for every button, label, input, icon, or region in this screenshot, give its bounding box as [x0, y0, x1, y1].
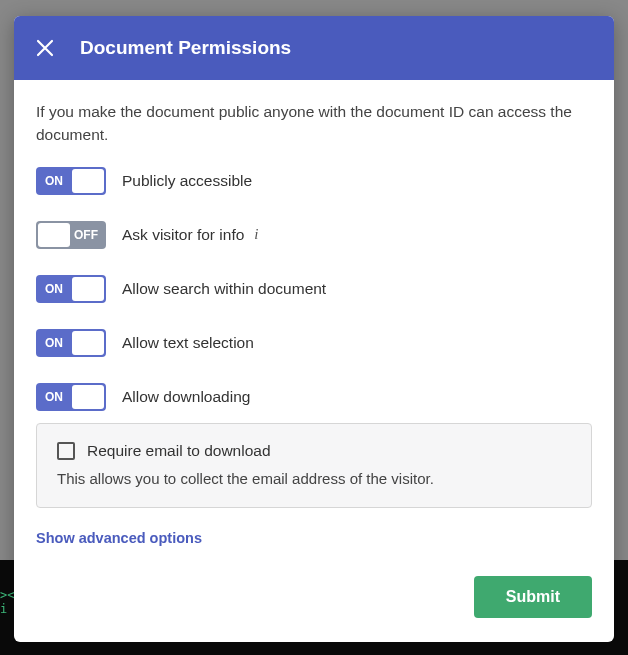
- close-icon[interactable]: [34, 37, 56, 59]
- checkbox-row-require-email: Require email to download: [57, 442, 571, 460]
- toggle-search[interactable]: ON: [36, 275, 106, 303]
- toggle-label: Allow downloading: [122, 388, 250, 406]
- permissions-modal: Document Permissions If you make the doc…: [14, 16, 614, 642]
- toggle-knob: [38, 223, 70, 247]
- toggle-label: Publicly accessible: [122, 172, 252, 190]
- info-icon[interactable]: i: [254, 226, 258, 243]
- toggle-row-public: ON Publicly accessible: [36, 167, 592, 195]
- toggle-label: Allow text selection: [122, 334, 254, 352]
- toggle-knob: [72, 169, 104, 193]
- intro-text: If you make the document public anyone w…: [36, 100, 592, 147]
- toggle-state-label: ON: [45, 390, 63, 404]
- checkbox-label: Require email to download: [87, 442, 271, 460]
- toggle-state-label: ON: [45, 174, 63, 188]
- modal-title: Document Permissions: [80, 37, 291, 59]
- checkbox-require-email[interactable]: [57, 442, 75, 460]
- advanced-options-link[interactable]: Show advanced options: [36, 530, 592, 546]
- toggle-text-select[interactable]: ON: [36, 329, 106, 357]
- toggle-row-visitor-info: OFF Ask visitor for info i: [36, 221, 592, 249]
- toggle-public[interactable]: ON: [36, 167, 106, 195]
- toggle-label: Ask visitor for info: [122, 226, 244, 244]
- download-options-box: Require email to download This allows yo…: [36, 423, 592, 508]
- toggle-row-text-select: ON Allow text selection: [36, 329, 592, 357]
- toggle-visitor-info[interactable]: OFF: [36, 221, 106, 249]
- toggle-row-download: ON Allow downloading: [36, 383, 592, 411]
- submit-button[interactable]: Submit: [474, 576, 592, 618]
- toggle-knob: [72, 331, 104, 355]
- toggle-label: Allow search within document: [122, 280, 326, 298]
- toggle-download[interactable]: ON: [36, 383, 106, 411]
- toggle-knob: [72, 385, 104, 409]
- toggle-state-label: ON: [45, 282, 63, 296]
- toggle-knob: [72, 277, 104, 301]
- helper-text: This allows you to collect the email add…: [57, 470, 571, 487]
- modal-footer: Submit: [36, 576, 592, 618]
- modal-header: Document Permissions: [14, 16, 614, 80]
- toggle-state-label: ON: [45, 336, 63, 350]
- toggle-state-label: OFF: [74, 228, 98, 242]
- toggle-row-search: ON Allow search within document: [36, 275, 592, 303]
